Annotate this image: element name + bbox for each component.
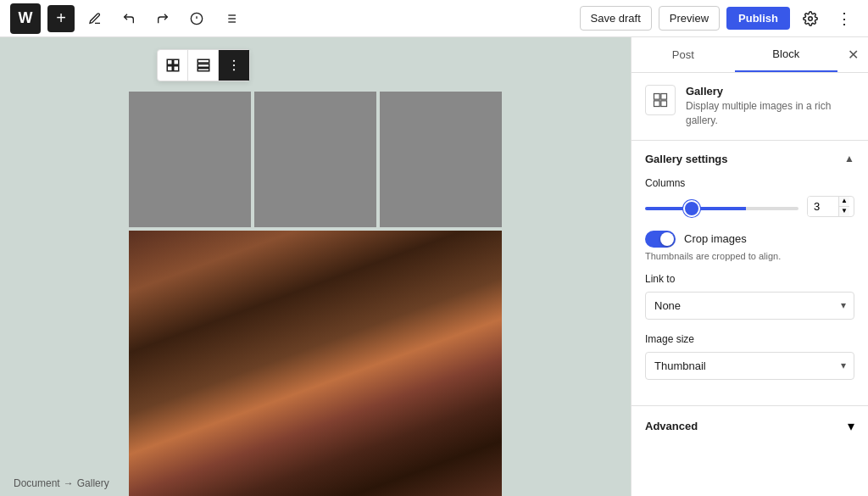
gallery-image-4[interactable] <box>129 231 502 496</box>
columns-label: Columns <box>645 177 854 189</box>
breadcrumb-gallery[interactable]: Gallery <box>77 477 109 489</box>
block-toolbar <box>157 49 250 81</box>
wp-logo: W <box>10 3 41 34</box>
preview-button[interactable]: Preview <box>659 6 720 31</box>
svg-rect-21 <box>661 94 667 100</box>
columns-setting: Columns ▲ ▼ <box>645 177 854 217</box>
gallery-view-button[interactable] <box>158 50 188 81</box>
list-view-toggle[interactable] <box>188 50 219 81</box>
toggle-thumb <box>660 232 674 246</box>
svg-rect-13 <box>173 66 178 71</box>
columns-control: ▲ ▼ <box>645 196 854 217</box>
svg-rect-10 <box>167 59 172 64</box>
columns-increment[interactable]: ▲ <box>839 197 849 207</box>
columns-spinners: ▲ ▼ <box>838 197 849 216</box>
gallery-image-1[interactable] <box>129 92 251 227</box>
gallery-settings-section: Gallery settings ▲ Columns ▲ ▼ <box>632 141 868 406</box>
block-description: Display multiple images in a rich galler… <box>686 99 854 128</box>
breadcrumb-arrow: → <box>64 477 74 489</box>
canvas: Document → Gallery <box>0 37 631 496</box>
crop-images-toggle[interactable] <box>645 231 676 248</box>
redo-button[interactable] <box>149 5 176 32</box>
advanced-label: Advanced <box>645 420 698 432</box>
draw-button[interactable] <box>81 5 108 32</box>
crop-images-row: Crop images <box>645 231 854 248</box>
publish-button[interactable]: Publish <box>726 7 790 30</box>
columns-number-input[interactable] <box>808 197 838 216</box>
svg-point-17 <box>233 60 235 62</box>
tab-block[interactable]: Block <box>735 37 838 72</box>
tab-post[interactable]: Post <box>632 38 735 71</box>
advanced-header[interactable]: Advanced ▾ <box>645 418 854 434</box>
toolbar-left: W + <box>10 3 244 34</box>
gallery-image-3[interactable] <box>380 92 502 227</box>
svg-rect-20 <box>654 94 660 100</box>
close-sidebar-button[interactable]: ✕ <box>837 40 868 70</box>
image-size-select[interactable]: Thumbnail Medium Large Full Size <box>645 352 854 380</box>
gallery-top-row <box>129 92 502 227</box>
svg-rect-11 <box>173 59 178 64</box>
crop-images-label: Crop images <box>684 232 747 245</box>
svg-point-18 <box>233 64 235 66</box>
main-content: Document → Gallery Post Block ✕ Gallery … <box>0 37 868 496</box>
svg-rect-16 <box>198 69 209 71</box>
svg-point-9 <box>809 16 813 20</box>
link-to-setting: Link to None Media File Attachment Page … <box>645 273 854 320</box>
add-block-button[interactable]: + <box>47 5 75 32</box>
list-view-button[interactable] <box>217 5 244 32</box>
more-options-button[interactable]: ⋮ <box>831 5 858 32</box>
columns-decrement[interactable]: ▼ <box>839 207 849 216</box>
toolbar-right: Save draft Preview Publish ⋮ <box>580 5 858 32</box>
gallery-image-2[interactable] <box>254 92 376 227</box>
save-draft-button[interactable]: Save draft <box>580 6 652 31</box>
breadcrumb: Document → Gallery <box>14 477 109 489</box>
gallery-settings-title: Gallery settings <box>645 153 728 165</box>
crop-images-hint: Thumbnails are cropped to align. <box>645 251 854 261</box>
chevron-up-icon: ▲ <box>844 153 854 164</box>
sidebar: Post Block ✕ Gallery Display multiple im… <box>631 37 868 496</box>
gallery-settings-header[interactable]: Gallery settings ▲ <box>645 153 854 165</box>
svg-rect-23 <box>661 101 667 107</box>
svg-rect-12 <box>167 66 172 71</box>
columns-slider[interactable] <box>645 207 798 210</box>
undo-button[interactable] <box>115 5 142 32</box>
breadcrumb-document[interactable]: Document <box>14 477 60 489</box>
columns-number-input-wrapper: ▲ ▼ <box>807 196 854 217</box>
columns-slider-container <box>645 198 798 214</box>
image-size-label: Image size <box>645 333 854 345</box>
svg-rect-15 <box>198 64 209 68</box>
link-to-select-wrapper: None Media File Attachment Page ▾ <box>645 292 854 320</box>
image-size-setting: Image size Thumbnail Medium Large Full S… <box>645 333 854 380</box>
more-block-options[interactable] <box>219 50 249 81</box>
link-to-label: Link to <box>645 273 854 285</box>
link-to-select[interactable]: None Media File Attachment Page <box>645 292 854 320</box>
advanced-section: Advanced ▾ <box>632 406 868 446</box>
settings-button[interactable] <box>797 5 824 32</box>
gallery-bottom-row <box>129 231 502 496</box>
svg-point-19 <box>233 69 235 70</box>
image-size-select-wrapper: Thumbnail Medium Large Full Size ▾ <box>645 352 854 380</box>
svg-rect-22 <box>654 101 660 107</box>
chevron-down-icon: ▾ <box>848 418 854 434</box>
info-button[interactable] <box>183 5 210 32</box>
svg-rect-14 <box>198 59 209 63</box>
block-info: Gallery Display multiple images in a ric… <box>632 73 868 141</box>
gallery-block-icon <box>645 85 676 115</box>
block-info-text: Gallery Display multiple images in a ric… <box>686 85 854 128</box>
block-title: Gallery <box>686 85 854 98</box>
top-toolbar: W + Save draft Preview Publish ⋮ <box>0 0 868 37</box>
sidebar-tabs: Post Block ✕ <box>632 37 868 73</box>
